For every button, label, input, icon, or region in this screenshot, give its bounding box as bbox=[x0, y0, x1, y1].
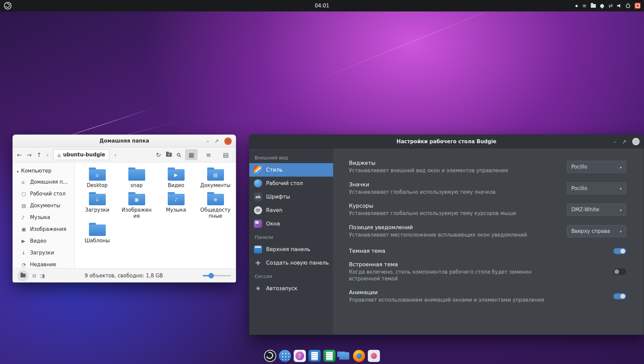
builtin-theme-toggle[interactable] bbox=[613, 269, 626, 275]
minimize-icon[interactable] bbox=[614, 139, 616, 145]
folder-documents[interactable]: Документы bbox=[197, 167, 234, 188]
widgets-theme-dropdown[interactable]: Pocillo bbox=[567, 161, 626, 173]
setting-title: Встроенная тема bbox=[349, 261, 551, 268]
reload-icon[interactable] bbox=[156, 151, 161, 158]
nav-item-autostart[interactable]: Автозапуск bbox=[249, 282, 333, 295]
dock-item-spreadsheet[interactable] bbox=[323, 349, 336, 363]
sidebar-item-desktop[interactable]: Рабочий стол bbox=[13, 188, 74, 200]
dock-item-firefox[interactable] bbox=[352, 349, 366, 363]
menu-icon[interactable] bbox=[582, 3, 587, 9]
nav-item-fonts[interactable]: Шрифты bbox=[249, 190, 333, 204]
maximize-icon[interactable] bbox=[622, 139, 626, 145]
new-folder-icon[interactable] bbox=[166, 153, 172, 157]
dock-item-music[interactable] bbox=[293, 349, 307, 363]
dock-item-app-grid[interactable] bbox=[278, 349, 292, 363]
status-dot-icon[interactable] bbox=[575, 4, 578, 7]
animations-toggle[interactable] bbox=[613, 293, 626, 299]
volume-icon[interactable] bbox=[617, 4, 621, 8]
slider-thumb[interactable] bbox=[208, 273, 214, 278]
folder-icon bbox=[89, 194, 106, 205]
notification-position-dropdown[interactable]: Вверху справа bbox=[567, 225, 626, 237]
folder-videos[interactable]: Видео bbox=[157, 167, 195, 188]
breadcrumb[interactable]: ubuntu-budgie bbox=[53, 149, 110, 160]
bell-icon[interactable] bbox=[600, 4, 604, 7]
zoom-slider[interactable] bbox=[203, 273, 231, 278]
nav-item-raven[interactable]: Raven bbox=[249, 204, 333, 217]
settings-titlebar[interactable]: Настройки рабочего стола Budgie bbox=[249, 135, 644, 148]
power-icon[interactable] bbox=[626, 4, 630, 8]
download-emblem-icon bbox=[89, 194, 106, 205]
folder-icon bbox=[89, 224, 106, 236]
close-icon[interactable] bbox=[632, 138, 640, 145]
sidebar-item-pictures[interactable]: Изображения bbox=[13, 223, 74, 235]
sidebar-item-documents[interactable]: Документы bbox=[13, 200, 74, 211]
folder-templates[interactable]: Шаблоны bbox=[78, 222, 116, 244]
search-icon[interactable] bbox=[177, 153, 180, 156]
icon-view-button[interactable] bbox=[185, 149, 197, 160]
nav-item-new-panel[interactable]: Создать новую панель bbox=[249, 256, 333, 270]
icon-theme-dropdown[interactable]: Pocillo bbox=[567, 182, 626, 194]
dock-item-writer[interactable] bbox=[308, 349, 321, 363]
nav-item-top-panel[interactable]: Верхняя панель bbox=[249, 243, 333, 256]
dock-item-files[interactable] bbox=[337, 349, 351, 363]
up-button[interactable] bbox=[36, 151, 41, 158]
clock[interactable]: 04:01 bbox=[315, 3, 329, 9]
folder-music[interactable]: Музыка bbox=[157, 192, 195, 219]
places-toggle-button[interactable] bbox=[18, 270, 28, 281]
back-button[interactable] bbox=[17, 151, 22, 158]
folder-pictures[interactable]: Изображения bbox=[118, 192, 156, 219]
folder-public[interactable]: ⊕ Общедоступные bbox=[197, 192, 234, 219]
folder-snap[interactable]: snap bbox=[118, 167, 156, 188]
dock-item-welcome[interactable] bbox=[367, 349, 381, 363]
pane-toggle-icon[interactable] bbox=[40, 273, 45, 278]
sidebar-item-home[interactable]: Домашняя п... bbox=[13, 176, 74, 188]
sync-icon[interactable] bbox=[608, 3, 613, 9]
close-icon[interactable] bbox=[224, 138, 232, 145]
sidebar-section-computer[interactable]: Компьютер bbox=[13, 166, 74, 176]
breadcrumb-scroll-left-icon[interactable] bbox=[46, 152, 48, 158]
files-sidebar: Компьютер Домашняя п... Рабочий стол Док… bbox=[13, 162, 75, 268]
forward-button[interactable] bbox=[27, 151, 32, 158]
files-titlebar[interactable]: Домашняя папка bbox=[13, 135, 236, 147]
list-view-button[interactable] bbox=[202, 149, 215, 160]
wallpaper-streak bbox=[305, 0, 524, 85]
section-appearance: Внешний вид bbox=[249, 151, 333, 163]
setting-title: Значки bbox=[349, 181, 495, 188]
folder-downloads[interactable]: Загрузки bbox=[78, 192, 116, 219]
dock-item-budgie[interactable] bbox=[263, 349, 277, 363]
setting-subtitle: Устанавливает внешний вид окон и элемент… bbox=[349, 168, 508, 174]
setting-row-notifications: Позиция уведомлений Устанавливает местоп… bbox=[349, 224, 626, 239]
breadcrumb-label: ubuntu-budgie bbox=[63, 152, 105, 158]
folder-desktop[interactable]: Desktop bbox=[78, 167, 116, 188]
setting-subtitle: Устанавливает глобально используемую тем… bbox=[349, 210, 516, 217]
minimize-icon[interactable] bbox=[206, 138, 209, 144]
breadcrumb-scroll-right-icon[interactable] bbox=[114, 152, 116, 158]
raven-icon bbox=[254, 206, 262, 214]
fonts-icon bbox=[254, 193, 262, 201]
toolbar-right-group bbox=[156, 149, 232, 160]
nav-item-style[interactable]: Стиль bbox=[249, 163, 333, 177]
settings-window-controls bbox=[614, 135, 640, 148]
sidebar-item-music[interactable]: Музыка bbox=[13, 211, 74, 223]
compact-view-button[interactable] bbox=[220, 149, 232, 160]
cursor-theme-dropdown[interactable]: DMZ-White bbox=[567, 204, 626, 216]
image-emblem-icon bbox=[128, 194, 145, 205]
status-text: 9 объектов, свободно: 1,8 GB bbox=[49, 273, 199, 279]
treeview-toggle-icon[interactable] bbox=[32, 273, 36, 278]
nav-item-windows[interactable]: Окна bbox=[249, 217, 333, 231]
files-toolbar: ubuntu-budgie bbox=[13, 147, 236, 162]
budgie-icon bbox=[264, 350, 276, 362]
maximize-icon[interactable] bbox=[215, 138, 219, 144]
updates-badge-icon[interactable] bbox=[635, 3, 641, 9]
video-icon bbox=[22, 238, 27, 244]
nav-item-desktop[interactable]: Рабочий стол bbox=[249, 177, 333, 190]
setting-title: Анимации bbox=[349, 289, 544, 296]
budgie-menu-icon[interactable] bbox=[4, 2, 11, 9]
sidebar-item-videos[interactable]: Видео bbox=[13, 235, 74, 247]
files-window-title: Домашняя папка bbox=[99, 138, 149, 144]
desktop: 04:01 Домашняя папка bbox=[0, 0, 644, 364]
dark-theme-toggle[interactable] bbox=[613, 248, 626, 254]
sidebar-item-recent[interactable]: Недавние bbox=[13, 259, 74, 268]
files-tray-icon[interactable] bbox=[591, 4, 596, 8]
sidebar-item-downloads[interactable]: Загрузки bbox=[13, 247, 74, 259]
